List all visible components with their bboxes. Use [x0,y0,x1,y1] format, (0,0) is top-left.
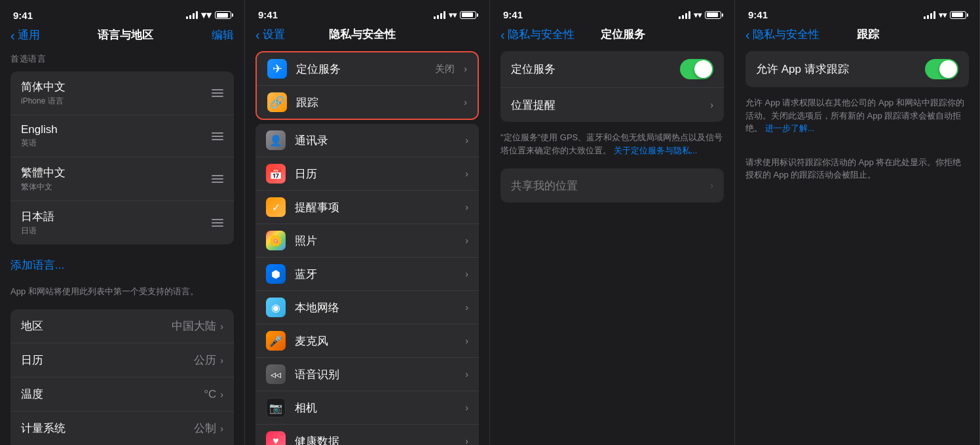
bluetooth-icon: ⬢ [266,264,286,284]
bluetooth-item[interactable]: ⬢ 蓝牙 › [255,258,479,291]
add-language-button[interactable]: 添加语言... [0,248,244,282]
wifi-icon-2: ▾▾ [449,10,457,20]
wifi-icon-4: ▾▾ [939,10,947,20]
reminders-item[interactable]: ✓ 提醒事项 › [255,191,479,224]
screen-privacy: 9:41 ▾▾ ‹ 设置 隐私与安全性 ✈ 定位服务 关闭 › [245,0,490,445]
list-item-japanese[interactable]: 日本語 日语 [10,201,234,244]
lang-sub-simplified: iPhone 语言 [21,96,66,107]
camera-item[interactable]: 📷 相机 › [255,391,479,425]
photos-label: 照片 [295,233,456,248]
nav-title-2: 隐私与安全性 [329,27,396,42]
location-reminder-item[interactable]: 位置提醒 › [500,88,724,122]
tracking-description: 允许 App 请求权限以在其他公司的 App 和网站中跟踪你的活动。关闭此选项后… [735,91,979,145]
list-item-english[interactable]: English 英语 [10,115,234,157]
lang-name-english: English [21,123,58,136]
lang-info-simplified: 简体中文 iPhone 语言 [21,79,66,107]
status-bar-4: 9:41 ▾▾ [735,0,979,24]
back-chevron-2: ‹ [255,28,260,41]
lang-drag-japanese[interactable] [212,219,223,227]
back-chevron-1: ‹ [10,29,15,42]
camera-chevron: › [465,402,468,413]
back-button-4[interactable]: ‹ 隐私与安全性 [745,27,820,42]
tracking-item[interactable]: 🔗 跟踪 › [257,86,478,119]
lang-sub-english: 英语 [21,138,58,149]
wifi-icon-1: ▾▾ [201,9,212,21]
nav-bar-4: ‹ 隐私与安全性 跟踪 [735,24,979,47]
battery-icon-4 [950,11,966,19]
shared-location-chevron: › [710,180,713,191]
back-button-3[interactable]: ‹ 隐私与安全性 [500,27,575,42]
drag-handle-english [212,132,223,140]
signal-icon-2 [434,11,445,19]
region-item[interactable]: 地区 中国大陆 › [10,309,234,343]
list-item-simplified-chinese[interactable]: 简体中文 iPhone 语言 [10,71,234,115]
list-item-traditional-chinese[interactable]: 繁體中文 繁体中文 [10,157,234,201]
speech-label: 语音识别 [295,367,456,382]
back-chevron-4: ‹ [745,28,750,41]
tracking-learn-more-link[interactable]: 进一步了解... [765,123,815,133]
lang-sub-traditional: 繁体中文 [21,182,66,193]
nav-title-3: 定位服务 [601,27,645,42]
drag-handle-simplified [212,89,223,97]
screen-content-1: 首选语言 简体中文 iPhone 语言 English 英语 [0,48,244,445]
location-chevron: › [464,64,467,74]
location-learn-more-link[interactable]: 关于定位服务与隐私... [614,145,698,155]
back-button-2[interactable]: ‹ 设置 [255,27,285,42]
calendar-item-privacy[interactable]: 📅 日历 › [255,157,479,191]
allow-tracking-label: 允许 App 请求跟踪 [756,62,849,77]
lang-info-traditional: 繁體中文 繁体中文 [21,165,66,193]
contacts-item[interactable]: 👤 通讯录 › [255,124,479,157]
shared-location-list: 共享我的位置 › [500,168,724,203]
speech-item[interactable]: ◃◃ 语音识别 › [255,358,479,391]
microphone-chevron: › [465,336,468,346]
back-button-1[interactable]: ‹ 通用 [10,28,40,43]
reminders-label: 提醒事项 [295,200,456,215]
shared-location-item[interactable]: 共享我的位置 › [500,168,724,203]
microphone-item[interactable]: 🎤 麦克风 › [255,324,479,358]
location-services-item[interactable]: ✈ 定位服务 关闭 › [257,52,478,86]
screen-content-3: 定位服务 位置提醒 › "定位服务"使用 GPS、蓝牙和众包无线局域网热点以及信… [490,47,734,445]
location-icon: ✈ [267,59,287,79]
localnetwork-item[interactable]: ◉ 本地网络 › [255,291,479,324]
contacts-icon: 👤 [266,130,286,150]
region-settings-list: 地区 中国大陆 › 日历 公历 › 温度 °C › [10,309,234,445]
reminder-chevron: › [710,100,713,110]
region-value-text: 中国大陆 [172,319,216,334]
battery-icon-1 [215,11,231,19]
status-icons-4: ▾▾ [924,10,966,20]
location-label: 定位服务 [296,62,426,77]
location-toggle[interactable] [680,59,713,79]
edit-button-1[interactable]: 编辑 [212,28,234,43]
reminders-chevron: › [465,202,468,212]
status-time-4: 9:41 [748,9,768,20]
lang-drag-simplified[interactable] [212,89,223,97]
nav-bar-1: ‹ 通用 语言与地区 编辑 [0,25,244,48]
screen-language-region: 9:41 ▾▾ ‹ 通用 语言与地区 编辑 首选语言 简体中文 iPhone 语… [0,0,245,445]
health-item[interactable]: ♥ 健康数据 › [255,425,479,445]
calendar-item[interactable]: 日历 公历 › [10,343,234,377]
status-time-3: 9:41 [503,9,523,20]
signal-icon-1 [186,11,198,19]
status-time-2: 9:41 [258,9,278,20]
nav-bar-3: ‹ 隐私与安全性 定位服务 [490,24,734,47]
tracking-label: 跟踪 [296,95,455,110]
lang-drag-english[interactable] [212,132,223,140]
temperature-item[interactable]: 温度 °C › [10,377,234,412]
region-chevron: › [220,321,223,332]
measure-chevron: › [220,423,223,434]
location-toggle-item[interactable]: 定位服务 [500,51,724,88]
tracking-desc2-text: 请求使用标识符跟踪你活动的 App 将在此处显示。你拒绝授权的 App 的跟踪活… [745,157,961,180]
region-value: 中国大陆 › [172,319,223,334]
location-main-list: 定位服务 位置提醒 › [500,51,724,122]
lang-name-simplified: 简体中文 [21,79,66,94]
nav-title-1: 语言与地区 [98,28,153,43]
allow-tracking-item[interactable]: 允许 App 请求跟踪 [745,51,969,87]
back-label-3: 隐私与安全性 [508,27,575,42]
photos-item[interactable]: 🌼 照片 › [255,224,479,258]
lang-drag-traditional[interactable] [212,175,223,183]
status-bar-3: 9:41 ▾▾ [490,0,734,24]
tracking-toggle[interactable] [925,59,958,79]
app-permissions-list: 👤 通讯录 › 📅 日历 › ✓ 提醒事项 › 🌼 照片 › ⬢ 蓝牙 [255,124,479,445]
measure-item[interactable]: 计量系统 公制 › [10,412,234,445]
health-icon: ♥ [266,431,286,445]
